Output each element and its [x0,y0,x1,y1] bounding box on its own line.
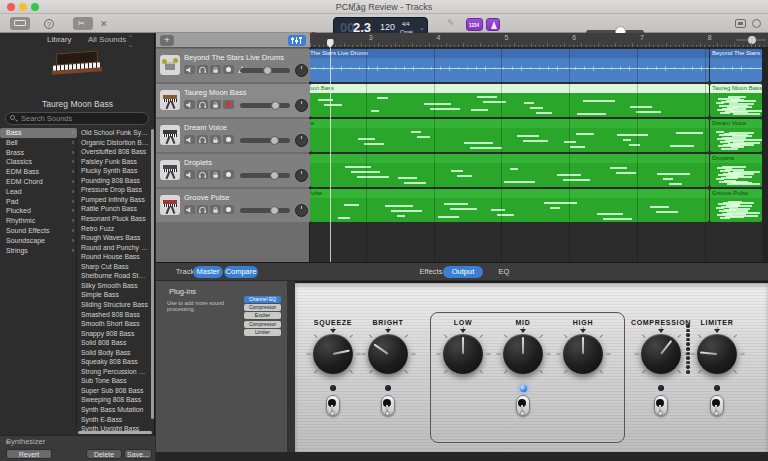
media-browser-icon[interactable] [752,19,761,28]
sound-item[interactable]: Round House Bass [77,252,149,262]
loop-browser-icon[interactable] [735,19,746,28]
sound-item[interactable]: Resonant Pluck Bass [77,214,149,224]
sound-item[interactable]: Synth E-Bass [77,415,149,425]
track-lane[interactable]: DropletsDroplets [310,154,768,187]
track-header[interactable]: Dream Voice [156,119,310,152]
sound-item[interactable]: Old School Funk Synth B... [77,128,149,138]
region[interactable]: Droplets [310,154,709,187]
sound-item[interactable]: Rattle Punch Bass [77,204,149,214]
toggle-switch[interactable] [380,395,396,419]
toggle-switch[interactable] [653,395,669,419]
library-toggle-button[interactable] [10,17,30,30]
sound-item[interactable]: Shelburne Road State Ba... [77,271,149,281]
knob-bright[interactable] [368,334,408,374]
mute-button[interactable] [184,205,195,214]
category-item[interactable]: Lead› [0,187,77,197]
device-row[interactable]: Synthesizer ▸ [0,435,155,447]
category-item[interactable]: Plucked› [0,206,77,216]
sound-item[interactable]: Plucky Synth Bass [77,166,149,176]
track-volume-knob[interactable] [270,206,279,215]
plugin-slot[interactable]: Compressor [244,321,281,328]
record-enable-button[interactable] [223,170,234,179]
category-item[interactable]: Bass› [0,128,77,138]
ruler[interactable]: 345678 [310,33,768,48]
solo-button[interactable] [197,100,208,109]
solo-button[interactable] [197,65,208,74]
region[interactable]: Groove Pulse [310,189,709,222]
metronome-button[interactable] [486,18,500,31]
track-pan-knob[interactable] [295,204,308,217]
category-item[interactable]: Brass› [0,148,77,158]
track-header[interactable]: Beyond The Stars Live Drums [156,49,310,82]
sound-item[interactable]: Solid Body Bass [77,348,149,358]
category-item[interactable]: Soundscape› [0,236,77,246]
category-item[interactable]: Bell› [0,138,77,148]
sound-item[interactable]: Squeaky 808 Bass [77,357,149,367]
track-header[interactable]: Taureg Moon Bass [156,84,310,117]
solo-button[interactable] [197,170,208,179]
knob-mid[interactable] [503,334,543,374]
track-lane[interactable]: Beyond The Stars Live DrumsBeyond The St… [310,49,768,82]
mute-button[interactable] [184,65,195,74]
track-volume-slider[interactable] [240,173,290,178]
record-enable-button[interactable] [223,205,234,214]
toggle-switch[interactable] [515,395,531,419]
track-volume-slider[interactable] [240,103,290,108]
solo-button[interactable] [197,135,208,144]
lock-button[interactable] [210,65,221,74]
sound-list-scrollbar[interactable] [151,129,154,419]
mute-button[interactable] [184,135,195,144]
sound-item[interactable]: Sliding Structure Bass [77,300,149,310]
sound-item[interactable]: Paisley Funk Bass [77,157,149,167]
mixer-button[interactable] [288,35,306,46]
track-pan-knob[interactable] [295,99,308,112]
quick-help-icon[interactable]: ? [44,19,54,29]
library-scope-selector[interactable]: All Sounds [88,35,126,44]
plugin-slot[interactable]: Limiter [244,329,281,336]
sound-item[interactable]: Synth Bass Mutation [77,405,149,415]
timeline[interactable]: 345678 Beyond The Stars Live DrumsBeyond… [310,33,768,262]
sound-item[interactable]: Round and Punchy Bass [77,243,149,253]
chevron-down-icon[interactable]: ⌄ [419,24,425,32]
category-item[interactable]: Strings› [0,246,77,256]
sound-item[interactable]: Simple Bass [77,290,149,300]
add-track-button[interactable]: + [160,35,174,46]
delete-button[interactable]: Delete [86,449,122,459]
sound-item[interactable]: Pumped Infinity Bass [77,195,149,205]
knob-squeeze[interactable] [313,334,353,374]
solo-button[interactable] [197,205,208,214]
track-pan-knob[interactable] [295,64,308,77]
track-volume-knob[interactable] [263,66,272,75]
record-enable-button[interactable] [223,65,234,74]
sound-item[interactable]: Sharp Cut Bass [77,262,149,272]
region[interactable]: Taureg Moon Bass [310,84,709,117]
tab-output[interactable]: Output [443,266,483,278]
track-volume-slider[interactable] [240,68,290,73]
editors-button[interactable]: ✂ [73,17,93,30]
sound-list-hscrollbar[interactable] [78,431,152,434]
region-loop[interactable]: Beyond The Stars Live Drums [710,49,762,82]
sound-item[interactable]: Rough Waves Bass [77,233,149,243]
sound-item[interactable]: Strong Percussion Bass [77,367,149,377]
sound-item[interactable]: Solid 808 Bass [77,338,149,348]
track-volume-slider[interactable] [240,138,290,143]
track-pan-knob[interactable] [295,134,308,147]
lock-button[interactable] [210,135,221,144]
sound-item[interactable]: Smooth Short Bass [77,319,149,329]
plugin-slot[interactable]: Channel EQ [244,296,281,303]
close-editor-icon[interactable]: ✕ [100,19,108,29]
save-button[interactable]: Save... [124,449,152,459]
region-loop[interactable]: Droplets [710,154,762,187]
mute-button[interactable] [184,100,195,109]
lock-button[interactable] [210,100,221,109]
track-header[interactable]: Groove Pulse [156,189,310,222]
category-item[interactable]: Pad› [0,197,77,207]
count-in-button[interactable]: 1234 [466,18,483,31]
track-pan-knob[interactable] [295,169,308,182]
sound-item[interactable]: Sweeping 808 Bass [77,395,149,405]
category-item[interactable]: Rhythmic› [0,216,77,226]
knob-compression[interactable] [641,334,681,374]
sound-item[interactable]: Super Sub 808 Bass [77,386,149,396]
sound-item[interactable]: Snappy 808 Bass [77,329,149,339]
region-loop[interactable]: Groove Pulse [710,189,762,222]
